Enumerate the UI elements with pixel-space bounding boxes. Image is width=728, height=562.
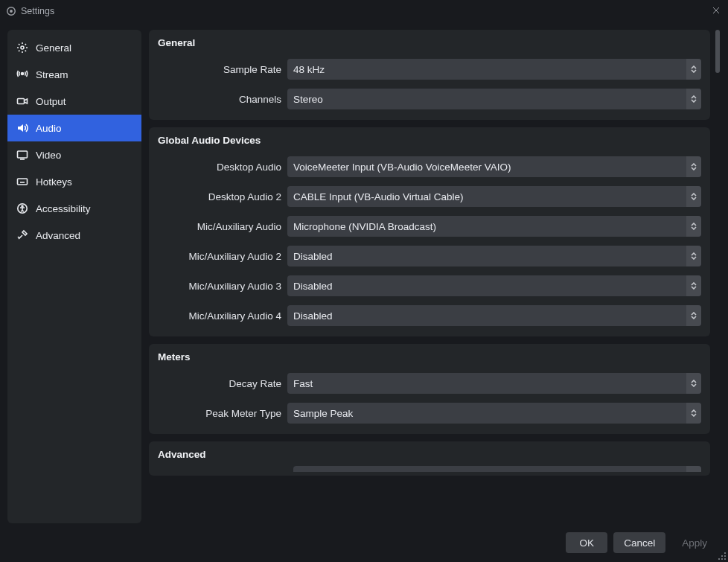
select-desktop-audio-2[interactable]: CABLE Input (VB-Audio Virtual Cable) <box>287 186 701 207</box>
sidebar-item-video[interactable]: Video <box>7 141 141 168</box>
row-decay-rate: Decay Rate Fast <box>158 373 701 394</box>
select-partial[interactable] <box>293 466 701 472</box>
group-advanced: Advanced <box>149 441 710 476</box>
vertical-scrollbar[interactable] <box>715 30 721 494</box>
select-value: VoiceMeeter Input (VB-Audio VoiceMeeter … <box>293 162 511 173</box>
tools-icon <box>16 229 28 241</box>
cancel-button[interactable]: Cancel <box>613 532 665 553</box>
select-value: Disabled <box>293 251 333 262</box>
close-button[interactable] <box>709 3 724 18</box>
label-decay-rate: Decay Rate <box>158 378 287 389</box>
row-mic-4: Mic/Auxiliary Audio 4 Disabled <box>158 305 701 326</box>
camera-icon <box>16 95 28 107</box>
sidebar-item-audio[interactable]: Audio <box>7 115 141 141</box>
svg-point-3 <box>22 73 24 75</box>
sidebar-item-label: Hotkeys <box>36 176 72 188</box>
select-value: Disabled <box>293 281 333 292</box>
stepper-icon <box>686 403 701 424</box>
sidebar-item-label: Output <box>36 96 66 107</box>
sidebar-item-accessibility[interactable]: Accessibility <box>7 195 141 222</box>
row-desktop-audio-2: Desktop Audio 2 CABLE Input (VB-Audio Vi… <box>158 186 701 207</box>
label-mic-1: Mic/Auxiliary Audio <box>158 221 287 232</box>
label-mic-3: Mic/Auxiliary Audio 3 <box>158 281 287 292</box>
settings-sidebar: General Stream Output Audio Video <box>7 30 141 523</box>
sidebar-item-label: General <box>36 42 71 54</box>
select-value: 48 kHz <box>293 64 325 75</box>
ok-button[interactable]: OK <box>566 532 607 553</box>
svg-rect-6 <box>18 179 28 185</box>
row-desktop-audio: Desktop Audio VoiceMeeter Input (VB-Audi… <box>158 156 701 177</box>
sidebar-item-output[interactable]: Output <box>7 88 141 115</box>
row-mic-3: Mic/Auxiliary Audio 3 Disabled <box>158 275 701 296</box>
stepper-icon <box>686 305 701 326</box>
group-title: Meters <box>158 351 701 363</box>
row-mic-2: Mic/Auxiliary Audio 2 Disabled <box>158 246 701 266</box>
select-value: Fast <box>293 378 313 389</box>
sidebar-item-label: Video <box>36 150 61 161</box>
settings-scroll: General Sample Rate 48 kHz Channels Ster… <box>149 30 721 523</box>
label-desktop-audio: Desktop Audio <box>158 162 287 173</box>
group-general: General Sample Rate 48 kHz Channels Ster… <box>149 30 710 120</box>
svg-rect-5 <box>18 151 28 158</box>
group-title: General <box>158 37 701 48</box>
label-peak-meter: Peak Meter Type <box>158 408 287 419</box>
label-channels: Channels <box>158 94 287 105</box>
sidebar-item-general[interactable]: General <box>7 34 141 61</box>
svg-point-1 <box>10 10 13 13</box>
row-sample-rate: Sample Rate 48 kHz <box>158 59 701 80</box>
broadcast-icon <box>16 68 28 80</box>
sidebar-item-label: Audio <box>36 123 62 134</box>
select-value: Stereo <box>293 94 323 105</box>
select-channels[interactable]: Stereo <box>287 89 701 109</box>
group-title: Global Audio Devices <box>158 135 701 146</box>
stepper-icon <box>686 275 701 296</box>
sidebar-item-stream[interactable]: Stream <box>7 61 141 88</box>
window-title: Settings <box>21 6 54 16</box>
dialog-body: General Stream Output Audio Video <box>0 22 728 523</box>
label-desktop-audio-2: Desktop Audio 2 <box>158 191 287 202</box>
stepper-icon <box>686 156 701 177</box>
row-peak-meter: Peak Meter Type Sample Peak <box>158 403 701 424</box>
stepper-icon <box>686 373 701 394</box>
sidebar-item-hotkeys[interactable]: Hotkeys <box>7 168 141 195</box>
stepper-icon <box>686 186 701 207</box>
select-peak-meter[interactable]: Sample Peak <box>287 403 701 424</box>
settings-content: General Sample Rate 48 kHz Channels Ster… <box>149 30 721 523</box>
row-channels: Channels Stereo <box>158 89 701 109</box>
select-value: Sample Peak <box>293 408 353 419</box>
sidebar-item-advanced[interactable]: Advanced <box>7 222 141 249</box>
sidebar-item-label: Stream <box>36 69 68 80</box>
stepper-icon <box>686 89 701 109</box>
select-value: CABLE Input (VB-Audio Virtual Cable) <box>293 191 464 202</box>
svg-point-8 <box>22 205 23 207</box>
select-mic-1[interactable]: Microphone (NVIDIA Broadcast) <box>287 216 701 237</box>
keyboard-icon <box>16 176 28 188</box>
row-mic-1: Mic/Auxiliary Audio Microphone (NVIDIA B… <box>158 216 701 237</box>
stepper-icon <box>686 59 701 80</box>
label-mic-2: Mic/Auxiliary Audio 2 <box>158 251 287 262</box>
sidebar-item-label: Advanced <box>36 230 80 241</box>
resize-grip[interactable] <box>718 552 727 561</box>
select-mic-4[interactable]: Disabled <box>287 305 701 326</box>
select-decay-rate[interactable]: Fast <box>287 373 701 394</box>
stepper-icon <box>686 216 701 237</box>
group-devices: Global Audio Devices Desktop Audio Voice… <box>149 127 710 336</box>
select-value: Microphone (NVIDIA Broadcast) <box>293 221 436 232</box>
select-desktop-audio[interactable]: VoiceMeeter Input (VB-Audio VoiceMeeter … <box>287 156 701 177</box>
stepper-icon <box>686 246 701 266</box>
label-mic-4: Mic/Auxiliary Audio 4 <box>158 310 287 322</box>
select-mic-2[interactable]: Disabled <box>287 246 701 266</box>
apply-button[interactable]: Apply <box>671 532 718 553</box>
gear-icon <box>16 42 28 54</box>
dialog-footer: OK Cancel Apply <box>0 523 728 562</box>
select-sample-rate[interactable]: 48 kHz <box>287 59 701 80</box>
svg-point-2 <box>21 46 24 49</box>
select-value: Disabled <box>293 310 333 322</box>
app-icon <box>6 6 16 16</box>
scrollbar-thumb[interactable] <box>715 30 720 73</box>
svg-rect-4 <box>18 99 25 104</box>
accessibility-icon <box>16 202 28 214</box>
select-mic-3[interactable]: Disabled <box>287 275 701 296</box>
label-sample-rate: Sample Rate <box>158 64 287 75</box>
group-title: Advanced <box>158 449 701 460</box>
